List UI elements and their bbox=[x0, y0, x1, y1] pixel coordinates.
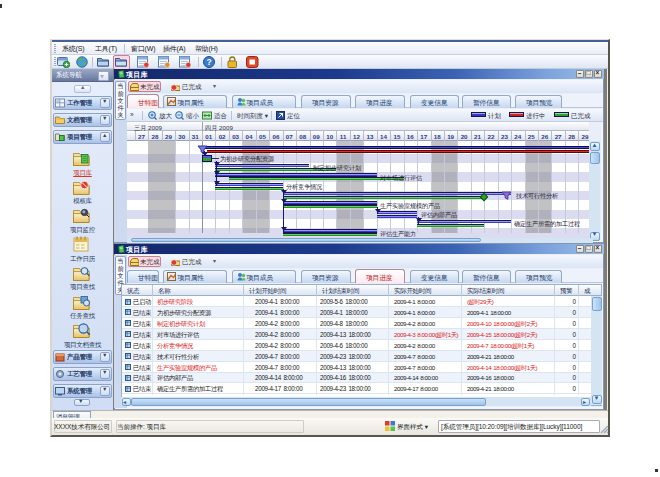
svg-text:?: ? bbox=[206, 57, 211, 67]
